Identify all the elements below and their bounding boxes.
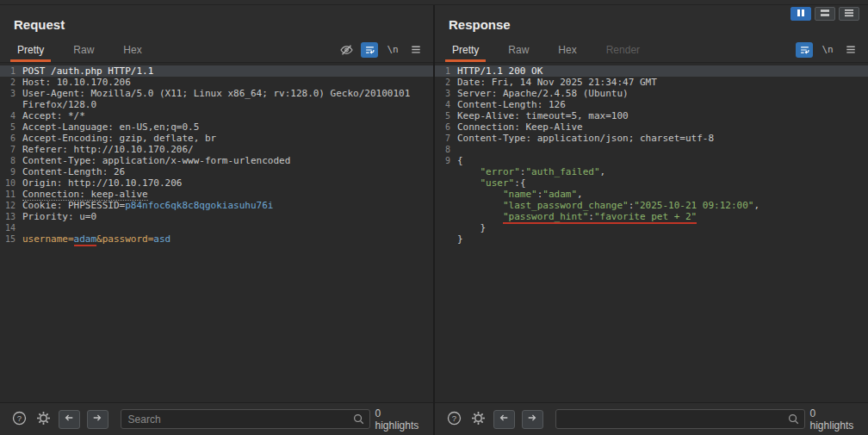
code-segment: asd bbox=[153, 233, 170, 245]
code-line: "password_hint":"favorite pet + 2" bbox=[435, 211, 868, 222]
layout-controls bbox=[790, 7, 859, 21]
code-segment: "2025-10-21 09:12:00" bbox=[634, 200, 753, 211]
code-text: username=adam&password=asd bbox=[22, 233, 170, 245]
code-line: 8Content-Type: application/x-www-form-ur… bbox=[0, 155, 433, 166]
highlights-count: 0 highlights bbox=[375, 407, 423, 432]
code-line: 10Origin: http://10.10.170.206 bbox=[0, 177, 433, 189]
gear-icon bbox=[36, 411, 51, 428]
search-next-button[interactable] bbox=[87, 410, 108, 429]
code-text: Priority: u=0 bbox=[22, 211, 96, 222]
line-number bbox=[435, 233, 457, 245]
code-text: Accept-Language: en-US,en;q=0.5 bbox=[22, 121, 199, 133]
code-segment: User-Agent: Mozilla/5.0 (X11; Linux x86_… bbox=[22, 88, 410, 99]
line-number: 15 bbox=[0, 233, 22, 245]
help-button[interactable]: ? bbox=[445, 409, 464, 430]
code-segment: Connection: Keep-Alive bbox=[457, 121, 583, 133]
code-line: 5Accept-Language: en-US,en;q=0.5 bbox=[0, 121, 433, 133]
newline-icon[interactable]: \n bbox=[819, 42, 836, 58]
code-segment: "adam" bbox=[542, 189, 577, 200]
code-line: 9Content-Length: 26 bbox=[0, 166, 433, 177]
code-text: Host: 10.10.170.206 bbox=[22, 77, 131, 88]
code-segment: { bbox=[457, 155, 463, 166]
tab-raw[interactable]: Raw bbox=[70, 37, 97, 62]
word-wrap-icon[interactable] bbox=[361, 42, 378, 58]
code-text: Content-Type: application/json; charset=… bbox=[457, 133, 714, 144]
line-number bbox=[435, 177, 457, 189]
eye-slash-icon[interactable] bbox=[338, 42, 355, 58]
tab-raw[interactable]: Raw bbox=[505, 37, 532, 62]
code-text: User-Agent: Mozilla/5.0 (X11; Linux x86_… bbox=[22, 88, 410, 99]
line-number bbox=[435, 211, 457, 222]
code-segment: Server: Apache/2.4.58 (Ubuntu) bbox=[457, 88, 629, 99]
tab-hex[interactable]: Hex bbox=[555, 37, 580, 62]
line-number bbox=[435, 189, 457, 200]
search-prev-button[interactable] bbox=[59, 410, 80, 429]
code-segment: POST /auth.php HTTP/1.1 bbox=[22, 65, 153, 77]
code-line: 3Server: Apache/2.4.58 (Ubuntu) bbox=[435, 88, 868, 99]
request-panel: Request PrettyRawHex \n 1POST /auth.php … bbox=[0, 5, 433, 435]
settings-button[interactable] bbox=[34, 409, 53, 430]
code-line: 4Accept: */* bbox=[0, 110, 433, 121]
line-number: 12 bbox=[0, 200, 22, 211]
tabs-layout-icon bbox=[841, 7, 857, 22]
search-input[interactable] bbox=[121, 409, 370, 429]
code-segment: Content-Type: application/json; charset=… bbox=[457, 133, 714, 144]
search-next-button[interactable] bbox=[522, 410, 543, 429]
menu-icon[interactable] bbox=[407, 42, 425, 58]
line-number: 2 bbox=[435, 77, 457, 88]
response-panel: Response PrettyRawHexRender \n 1HTTP/1.1… bbox=[435, 5, 868, 435]
newline-icon[interactable]: \n bbox=[384, 42, 401, 58]
settings-button[interactable] bbox=[469, 409, 488, 430]
code-segment: Origin: http://10.10.170.206 bbox=[22, 177, 182, 189]
code-line: 5Keep-Alive: timeout=5, max=100 bbox=[435, 110, 868, 121]
window-top-divider bbox=[0, 4, 868, 5]
arrow-right-icon bbox=[91, 413, 103, 426]
line-number: 5 bbox=[0, 121, 22, 133]
line-number: 1 bbox=[435, 65, 457, 77]
layout-tabs-button[interactable] bbox=[839, 7, 859, 21]
code-line: "error":"auth_failed", bbox=[435, 166, 868, 177]
menu-icon[interactable] bbox=[842, 42, 859, 58]
code-line: 7Referer: http://10.10.170.206/ bbox=[0, 144, 433, 155]
code-segment: HTTP/1.1 200 OK bbox=[457, 65, 542, 77]
help-button[interactable]: ? bbox=[10, 409, 29, 430]
code-segment: Priority: u=0 bbox=[22, 211, 96, 222]
code-segment: : bbox=[514, 177, 520, 189]
code-line: 14 bbox=[0, 222, 433, 233]
code-line: 11Connection: keep-alive bbox=[0, 189, 433, 200]
line-number bbox=[435, 200, 457, 211]
layout-rows-button[interactable] bbox=[815, 7, 835, 21]
code-text: Cookie: PHPSESSID=p84nfoc6qk8c8qgokiasuh… bbox=[22, 200, 273, 211]
code-segment: Content-Length: 26 bbox=[22, 166, 125, 177]
help-icon: ? bbox=[447, 411, 462, 428]
layout-columns-button[interactable] bbox=[790, 7, 811, 21]
code-text: "last_password_change":"2025-10-21 09:12… bbox=[457, 200, 760, 211]
code-text: Keep-Alive: timeout=5, max=100 bbox=[457, 110, 629, 121]
word-wrap-icon[interactable] bbox=[796, 42, 813, 58]
search-input[interactable] bbox=[555, 409, 805, 429]
code-line: 9{ bbox=[435, 155, 868, 166]
annotated-text: adam bbox=[74, 233, 97, 245]
columns-layout-icon bbox=[793, 7, 809, 22]
search-prev-button[interactable] bbox=[493, 410, 515, 429]
arrow-left-icon bbox=[63, 413, 75, 426]
line-number: 3 bbox=[0, 88, 22, 99]
code-segment: Content-Type: application/x-www-form-url… bbox=[22, 155, 290, 166]
code-segment: Referer: http://10.10.170.206/ bbox=[22, 144, 194, 155]
request-bottombar: ? 0 highlights bbox=[0, 402, 433, 435]
annotated-text: "favorite pet + 2" bbox=[594, 211, 697, 222]
code-text: Date: Fri, 14 Nov 2025 21:34:47 GMT bbox=[457, 77, 657, 88]
tab-pretty[interactable]: Pretty bbox=[449, 37, 482, 62]
code-line: "last_password_change":"2025-10-21 09:12… bbox=[435, 200, 868, 211]
code-line: } bbox=[435, 233, 868, 245]
tab-hex[interactable]: Hex bbox=[120, 37, 145, 62]
line-number: 1 bbox=[0, 65, 22, 77]
code-segment: Accept: */* bbox=[22, 110, 85, 121]
tab-pretty[interactable]: Pretty bbox=[14, 37, 47, 62]
code-text: Content-Length: 26 bbox=[22, 166, 125, 177]
code-segment: "user" bbox=[480, 177, 515, 189]
request-editor[interactable]: 1POST /auth.php HTTP/1.12Host: 10.10.170… bbox=[0, 63, 433, 402]
response-editor[interactable]: 1HTTP/1.1 200 OK2Date: Fri, 14 Nov 2025 … bbox=[435, 63, 868, 402]
code-segment bbox=[457, 166, 480, 177]
search-icon bbox=[352, 413, 365, 429]
